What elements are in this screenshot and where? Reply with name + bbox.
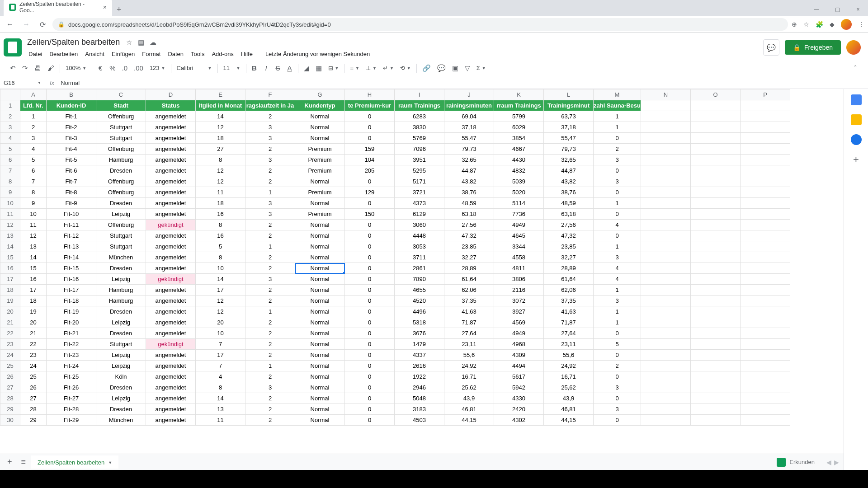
- cell[interactable]: 6029: [494, 122, 544, 133]
- cell[interactable]: 0: [594, 165, 641, 176]
- cell[interactable]: 10: [196, 263, 245, 274]
- sheet-tab[interactable]: Zeilen/Spalten bearbeiten ▼: [31, 455, 118, 469]
- cell[interactable]: Offenburg: [96, 176, 146, 187]
- reload-button[interactable]: ⟳: [36, 19, 49, 31]
- cell[interactable]: 0: [594, 209, 641, 220]
- cell[interactable]: 0: [345, 230, 395, 241]
- cell[interactable]: 0: [345, 241, 395, 252]
- cell[interactable]: [641, 187, 691, 198]
- cell[interactable]: Fit-7: [47, 176, 96, 187]
- cell[interactable]: Normal: [295, 274, 345, 285]
- cell[interactable]: [741, 133, 790, 144]
- cell[interactable]: [741, 306, 790, 317]
- cell[interactable]: 5: [594, 339, 641, 350]
- cell[interactable]: 43,9: [444, 393, 494, 404]
- cell[interactable]: 24,92: [444, 361, 494, 371]
- cell[interactable]: Offenburg: [96, 111, 146, 122]
- cell[interactable]: 43,9: [544, 393, 594, 404]
- menu-format[interactable]: Format: [139, 49, 164, 59]
- column-header-cell[interactable]: Stadt: [96, 100, 146, 111]
- cell[interactable]: Fit-12: [47, 230, 96, 241]
- font-size-select[interactable]: 11▼: [221, 64, 243, 72]
- cell[interactable]: 0: [345, 404, 395, 415]
- cell[interactable]: 0: [345, 317, 395, 328]
- cell[interactable]: [741, 361, 790, 371]
- cell[interactable]: 71,87: [544, 317, 594, 328]
- cell[interactable]: 0: [345, 393, 395, 404]
- cell[interactable]: 48,59: [544, 198, 594, 209]
- cell[interactable]: 0: [345, 382, 395, 393]
- cell[interactable]: angemeldet: [146, 350, 196, 361]
- cell[interactable]: 4520: [395, 296, 444, 306]
- col-header[interactable]: B: [47, 89, 96, 100]
- wrap-button[interactable]: ↵▼: [380, 64, 396, 72]
- cell[interactable]: angemeldet: [146, 306, 196, 317]
- cell[interactable]: 5039: [494, 176, 544, 187]
- cell[interactable]: Leipzig: [96, 317, 146, 328]
- cell[interactable]: Köln: [96, 371, 146, 382]
- cell[interactable]: [691, 155, 741, 165]
- sheets-logo[interactable]: [4, 38, 22, 56]
- col-header[interactable]: O: [691, 89, 741, 100]
- cell[interactable]: Fit-14: [47, 252, 96, 263]
- cell[interactable]: 3060: [395, 220, 444, 230]
- cell[interactable]: Normal: [295, 220, 345, 230]
- menu-data[interactable]: Daten: [165, 49, 187, 59]
- col-header[interactable]: L: [544, 89, 594, 100]
- cell[interactable]: 48,59: [444, 198, 494, 209]
- zoom-select[interactable]: 100%▼: [63, 64, 89, 72]
- cell[interactable]: Premium: [295, 187, 345, 198]
- cell[interactable]: 14: [196, 111, 245, 122]
- text-color-button[interactable]: A: [284, 62, 295, 74]
- col-header[interactable]: N: [641, 89, 691, 100]
- cell[interactable]: 3: [245, 133, 295, 144]
- cell[interactable]: Normal: [295, 328, 345, 339]
- cell[interactable]: 0: [345, 350, 395, 361]
- cell[interactable]: 205: [345, 165, 395, 176]
- cell[interactable]: 3: [594, 252, 641, 263]
- cell[interactable]: Normal: [295, 339, 345, 350]
- close-window-button[interactable]: ×: [848, 3, 868, 16]
- cell[interactable]: angemeldet: [146, 382, 196, 393]
- cell[interactable]: 19: [20, 306, 47, 317]
- cell[interactable]: 47,32: [444, 230, 494, 241]
- cell[interactable]: Fit-9: [47, 198, 96, 209]
- cell[interactable]: Normal: [295, 350, 345, 361]
- cell[interactable]: 47,32: [544, 230, 594, 241]
- cell[interactable]: 37,35: [544, 296, 594, 306]
- cell[interactable]: [691, 165, 741, 176]
- cell[interactable]: 3072: [494, 296, 544, 306]
- cell[interactable]: 63,18: [544, 209, 594, 220]
- cell[interactable]: 44,87: [444, 165, 494, 176]
- column-header-cell[interactable]: raum Trainings: [395, 100, 444, 111]
- move-icon[interactable]: ▤: [138, 38, 144, 46]
- cell[interactable]: Fit-13: [47, 241, 96, 252]
- cell[interactable]: Stuttgart: [96, 230, 146, 241]
- cell[interactable]: 3927: [494, 306, 544, 317]
- cell[interactable]: 6129: [395, 209, 444, 220]
- cell[interactable]: 55,6: [444, 350, 494, 361]
- cell[interactable]: [641, 263, 691, 274]
- tasks-icon[interactable]: [851, 134, 862, 145]
- cell[interactable]: 38,76: [544, 187, 594, 198]
- cell[interactable]: angemeldet: [146, 144, 196, 155]
- cell[interactable]: [691, 230, 741, 241]
- menu-file[interactable]: Datei: [25, 49, 45, 59]
- cell[interactable]: 12: [196, 176, 245, 187]
- minimize-button[interactable]: —: [807, 3, 826, 16]
- cell[interactable]: angemeldet: [146, 328, 196, 339]
- cell[interactable]: 2: [245, 220, 295, 230]
- cell[interactable]: 4832: [494, 165, 544, 176]
- cell[interactable]: Normal: [295, 393, 345, 404]
- col-header[interactable]: M: [594, 89, 641, 100]
- cell[interactable]: [741, 144, 790, 155]
- cell[interactable]: Fit-6: [47, 165, 96, 176]
- cell[interactable]: 0: [345, 252, 395, 263]
- cell[interactable]: Stuttgart: [96, 122, 146, 133]
- cell[interactable]: Dresden: [96, 198, 146, 209]
- cell[interactable]: 2: [245, 285, 295, 296]
- cell[interactable]: Fit-28: [47, 404, 96, 415]
- link-button[interactable]: 🔗: [420, 62, 434, 74]
- cell[interactable]: 8: [196, 220, 245, 230]
- cell[interactable]: angemeldet: [146, 361, 196, 371]
